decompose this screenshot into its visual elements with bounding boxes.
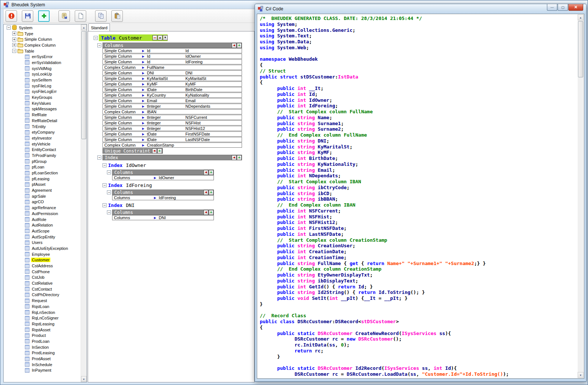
tree-item[interactable]: ProdLeasing <box>4 350 80 356</box>
delete-left-button[interactable]: ◄ <box>204 190 208 195</box>
tree-item[interactable]: TrEntity <box>4 124 80 130</box>
save-button[interactable] <box>22 10 33 22</box>
code-content[interactable]: /* BHEUDEK GENERATED CLASS. DATE: 28/3/2… <box>258 14 578 378</box>
code-scrollbar[interactable]: ▲ ▼ <box>578 14 584 378</box>
tree-item[interactable]: sysFileLogErr <box>4 89 80 95</box>
expander-icon[interactable]: − <box>94 36 98 40</box>
tree-item[interactable]: ProdAsset <box>4 356 80 362</box>
index-column-row[interactable]: Columns▶IdForeing <box>112 195 214 200</box>
unique-constraint-header[interactable]: Unique Constraint ◄ + <box>103 148 163 154</box>
tree-item[interactable]: RefRateDetail <box>4 118 80 124</box>
column-row[interactable]: Simple Column▶KyCountryKyNationality <box>103 93 242 98</box>
tree-item[interactable]: RqLnCoSigner <box>4 315 80 321</box>
expander-icon[interactable]: − <box>103 203 107 207</box>
expander-icon[interactable]: − <box>97 155 101 160</box>
tree-item[interactable]: etyCompany <box>4 129 80 135</box>
tree-item[interactable]: sysLookUp <box>4 71 80 77</box>
add-unique-constraint-button[interactable]: + <box>157 148 162 154</box>
minimize-button[interactable]: — <box>547 4 557 11</box>
tree-expander-icon[interactable]: + <box>12 37 16 41</box>
tree-item[interactable]: +Complex Column <box>4 42 80 48</box>
tree-item[interactable]: KeyValues <box>4 100 80 106</box>
tree-item[interactable]: AutUsrEtyException <box>4 245 80 251</box>
tree-item[interactable]: AutPermission <box>4 211 80 217</box>
tree-item[interactable]: EntityContact <box>4 147 80 153</box>
scroll-up-icon[interactable]: ▲ <box>578 14 584 20</box>
remove-table-button[interactable]: − <box>152 35 157 40</box>
column-row[interactable]: Simple Column▶tDateBirthDate <box>103 87 242 92</box>
tree-item[interactable]: pfLoanSection <box>4 170 80 176</box>
scroll-up-icon[interactable]: ▲ <box>81 24 87 30</box>
column-row[interactable]: Simple Column▶EmailEmail <box>103 98 242 103</box>
move-down-button[interactable]: ▼ <box>163 35 168 40</box>
tree-item[interactable]: CstRelative <box>4 280 80 286</box>
paste-button[interactable] <box>111 10 123 22</box>
tree-item[interactable]: KeyGroups <box>4 94 80 100</box>
expander-icon[interactable]: − <box>107 210 111 214</box>
tree-item[interactable]: etyVehicle <box>4 141 80 147</box>
table-header[interactable]: Table Customer − ▲ ▼ <box>99 34 168 41</box>
add-button[interactable]: + <box>209 190 214 195</box>
add-column-button[interactable]: + <box>237 43 242 48</box>
scroll-down-icon[interactable]: ▼ <box>578 372 584 378</box>
tree-item[interactable]: CstPhone <box>4 269 80 275</box>
tree-item[interactable]: sysVldMsg <box>4 66 80 71</box>
tree-item[interactable]: +Type <box>4 31 80 37</box>
scroll-down-icon[interactable]: ▼ <box>81 376 87 382</box>
add-button[interactable] <box>38 10 50 22</box>
tree-item[interactable]: RqstAsset <box>4 327 80 333</box>
tree-item[interactable]: Users <box>4 240 80 245</box>
delete-left-button[interactable]: ◄ <box>232 43 236 48</box>
index-column-row[interactable]: Columns▶IdOwner <box>112 175 214 180</box>
column-row[interactable]: Simple Column▶DNIDNI <box>103 70 242 76</box>
tree-scrollbar[interactable]: ▲ ▼ <box>81 24 87 382</box>
tree-item[interactable]: InSchedule <box>4 362 80 368</box>
tree-item[interactable]: spkMessages <box>4 106 80 112</box>
column-row[interactable]: Simple Column▶tIntegerNSFCurrent <box>103 115 242 120</box>
delete-left-button[interactable]: ◄ <box>204 170 208 175</box>
column-row[interactable]: Simple Column▶KyMaritalStKyMaritalSt <box>103 76 242 81</box>
tree-item[interactable]: RqstLoan <box>4 304 80 309</box>
generate-script-button[interactable] <box>58 10 70 22</box>
code-scrollbar-thumb[interactable] <box>578 21 583 77</box>
tree-item[interactable]: RqLnSection <box>4 309 80 315</box>
column-row[interactable]: Simple Column▶IdIdForeing <box>103 59 242 64</box>
add-button[interactable]: + <box>209 210 214 215</box>
column-row[interactable]: Simple Column▶KyMFKyMF <box>103 81 242 87</box>
tree-item[interactable]: pfLoan <box>4 164 80 170</box>
tree-item[interactable]: RefRate <box>4 112 80 118</box>
column-row[interactable]: Simple Column▶IdIdOwner <box>103 54 242 59</box>
column-row[interactable]: Simple Column▶tIntegerNSFHist <box>103 120 242 125</box>
tree-item[interactable]: pfGroup <box>4 158 80 164</box>
column-row[interactable]: Simple Column▶tIntegerNDependants <box>103 104 242 109</box>
expander-icon[interactable]: − <box>107 190 111 194</box>
expander-icon[interactable]: − <box>103 183 107 187</box>
move-up-button[interactable]: ▲ <box>158 35 162 40</box>
column-row[interactable]: Simple Column▶IdId <box>103 48 242 53</box>
tree-item[interactable]: agrCO <box>4 199 80 205</box>
tree-item[interactable]: CstContact <box>4 286 80 292</box>
tree-item[interactable]: agrRefinance <box>4 205 80 211</box>
tree-item[interactable]: Customer <box>4 257 80 263</box>
index-column-row[interactable]: Columns▶DNI <box>112 215 214 220</box>
index-columns-header[interactable]: Columns◄+ <box>112 190 214 195</box>
tree-item[interactable]: etyInvestor <box>4 135 80 141</box>
tree-item[interactable]: errSysValidation <box>4 60 80 66</box>
column-row[interactable]: Complex Column▶IBAN <box>103 109 242 114</box>
add-button[interactable]: + <box>209 170 214 175</box>
tree-item[interactable]: InSection <box>4 344 80 350</box>
tree-expander-icon[interactable]: − <box>7 26 11 30</box>
tree-expander-icon[interactable]: − <box>12 49 16 53</box>
error-button[interactable] <box>6 10 17 22</box>
columns-header[interactable]: Columns ◄ + <box>103 43 242 48</box>
column-row[interactable]: Complex Column▶FullName <box>103 65 242 70</box>
delete-left-button[interactable]: ◄ <box>152 148 157 154</box>
tree-item[interactable]: agrSale <box>4 193 80 199</box>
tree-item[interactable]: AutRelation <box>4 222 80 228</box>
column-row[interactable]: Complex Column▶CreationStamp <box>103 143 242 148</box>
tree-item[interactable]: AutScpEntity <box>4 234 80 240</box>
close-button[interactable]: ✕ <box>568 4 583 11</box>
copy-button[interactable] <box>95 10 107 22</box>
tree-item[interactable]: sysFileLog <box>4 83 80 89</box>
delete-left-button[interactable]: ◄ <box>204 210 208 215</box>
